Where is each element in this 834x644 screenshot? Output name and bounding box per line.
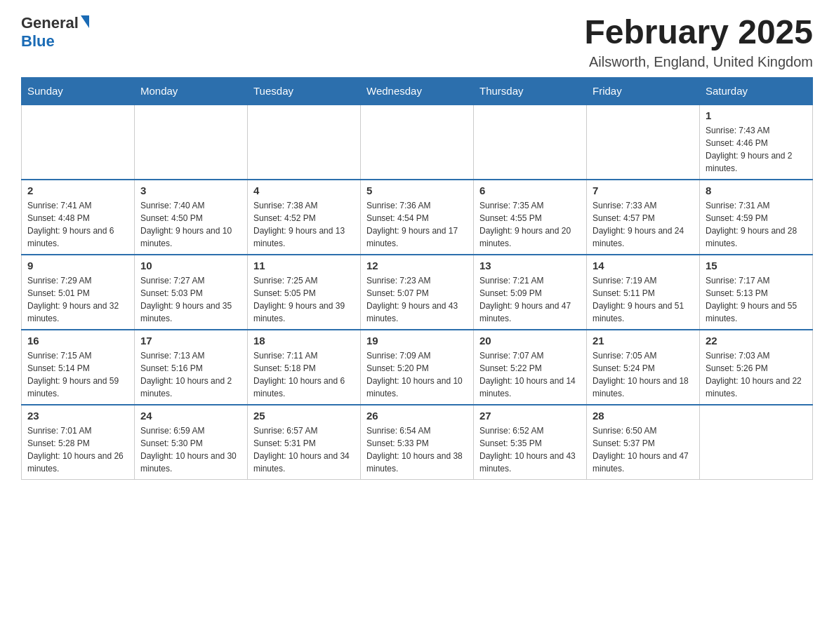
calendar-header: SundayMondayTuesdayWednesdayThursdayFrid… xyxy=(22,77,813,105)
day-info: Sunrise: 7:43 AMSunset: 4:46 PMDaylight:… xyxy=(706,124,807,175)
day-number: 5 xyxy=(366,185,468,196)
week-row-5: 23Sunrise: 7:01 AMSunset: 5:28 PMDayligh… xyxy=(22,405,813,480)
calendar-cell: 26Sunrise: 6:54 AMSunset: 5:33 PMDayligh… xyxy=(361,405,474,480)
day-header-sunday: Sunday xyxy=(22,77,135,105)
day-number: 16 xyxy=(27,335,128,347)
day-info: Sunrise: 7:17 AMSunset: 5:13 PMDaylight:… xyxy=(706,274,807,325)
day-number: 14 xyxy=(593,260,694,271)
day-header-monday: Monday xyxy=(135,77,248,105)
calendar-cell xyxy=(361,105,474,180)
day-number: 12 xyxy=(366,260,468,271)
day-info: Sunrise: 7:03 AMSunset: 5:26 PMDaylight:… xyxy=(706,349,807,400)
day-info: Sunrise: 6:50 AMSunset: 5:37 PMDaylight:… xyxy=(593,424,694,475)
day-number: 24 xyxy=(140,410,241,422)
day-number: 3 xyxy=(140,185,241,196)
day-info: Sunrise: 7:15 AMSunset: 5:14 PMDaylight:… xyxy=(27,349,128,400)
week-row-4: 16Sunrise: 7:15 AMSunset: 5:14 PMDayligh… xyxy=(22,330,813,405)
day-info: Sunrise: 7:05 AMSunset: 5:24 PMDaylight:… xyxy=(593,349,694,400)
day-number: 22 xyxy=(706,335,807,347)
day-number: 26 xyxy=(366,410,468,422)
day-number: 7 xyxy=(593,185,694,196)
calendar-cell: 10Sunrise: 7:27 AMSunset: 5:03 PMDayligh… xyxy=(135,255,248,330)
day-number: 19 xyxy=(366,335,468,347)
day-number: 9 xyxy=(27,260,128,271)
day-number: 15 xyxy=(706,260,807,271)
day-number: 25 xyxy=(253,410,355,422)
calendar-table: SundayMondayTuesdayWednesdayThursdayFrid… xyxy=(21,77,813,480)
day-info: Sunrise: 7:07 AMSunset: 5:22 PMDaylight:… xyxy=(479,349,581,400)
calendar-cell: 27Sunrise: 6:52 AMSunset: 5:35 PMDayligh… xyxy=(474,405,587,480)
day-info: Sunrise: 7:33 AMSunset: 4:57 PMDaylight:… xyxy=(593,199,694,250)
month-title: February 2025 xyxy=(584,14,813,51)
day-header-friday: Friday xyxy=(587,77,700,105)
day-info: Sunrise: 6:52 AMSunset: 5:35 PMDaylight:… xyxy=(479,424,581,475)
calendar-cell: 5Sunrise: 7:36 AMSunset: 4:54 PMDaylight… xyxy=(361,180,474,255)
day-info: Sunrise: 6:54 AMSunset: 5:33 PMDaylight:… xyxy=(366,424,468,475)
calendar-cell: 8Sunrise: 7:31 AMSunset: 4:59 PMDaylight… xyxy=(700,180,813,255)
calendar-cell: 28Sunrise: 6:50 AMSunset: 5:37 PMDayligh… xyxy=(587,405,700,480)
day-info: Sunrise: 7:01 AMSunset: 5:28 PMDaylight:… xyxy=(27,424,128,475)
day-number: 23 xyxy=(27,410,128,422)
day-number: 1 xyxy=(706,109,807,121)
calendar-cell: 17Sunrise: 7:13 AMSunset: 5:16 PMDayligh… xyxy=(135,330,248,405)
calendar-cell: 19Sunrise: 7:09 AMSunset: 5:20 PMDayligh… xyxy=(361,330,474,405)
day-info: Sunrise: 6:57 AMSunset: 5:31 PMDaylight:… xyxy=(253,424,355,475)
calendar-cell: 20Sunrise: 7:07 AMSunset: 5:22 PMDayligh… xyxy=(474,330,587,405)
day-info: Sunrise: 6:59 AMSunset: 5:30 PMDaylight:… xyxy=(140,424,241,475)
day-number: 20 xyxy=(479,335,581,347)
calendar-cell: 15Sunrise: 7:17 AMSunset: 5:13 PMDayligh… xyxy=(700,255,813,330)
week-row-3: 9Sunrise: 7:29 AMSunset: 5:01 PMDaylight… xyxy=(22,255,813,330)
calendar-cell: 14Sunrise: 7:19 AMSunset: 5:11 PMDayligh… xyxy=(587,255,700,330)
day-info: Sunrise: 7:09 AMSunset: 5:20 PMDaylight:… xyxy=(366,349,468,400)
day-number: 2 xyxy=(27,185,128,196)
page-header: General Blue February 2025 Ailsworth, En… xyxy=(21,14,813,70)
calendar-cell: 1Sunrise: 7:43 AMSunset: 4:46 PMDaylight… xyxy=(700,105,813,180)
day-info: Sunrise: 7:41 AMSunset: 4:48 PMDaylight:… xyxy=(27,199,128,250)
calendar-cell: 16Sunrise: 7:15 AMSunset: 5:14 PMDayligh… xyxy=(22,330,135,405)
day-number: 13 xyxy=(479,260,581,271)
title-block: February 2025 Ailsworth, England, United… xyxy=(584,14,813,70)
day-number: 18 xyxy=(253,335,355,347)
logo: General Blue xyxy=(21,14,89,51)
calendar-cell: 21Sunrise: 7:05 AMSunset: 5:24 PMDayligh… xyxy=(587,330,700,405)
day-number: 28 xyxy=(593,410,694,422)
day-info: Sunrise: 7:21 AMSunset: 5:09 PMDaylight:… xyxy=(479,274,581,325)
calendar-cell: 11Sunrise: 7:25 AMSunset: 5:05 PMDayligh… xyxy=(248,255,361,330)
day-number: 21 xyxy=(593,335,694,347)
calendar-cell xyxy=(474,105,587,180)
day-info: Sunrise: 7:13 AMSunset: 5:16 PMDaylight:… xyxy=(140,349,241,400)
day-info: Sunrise: 7:23 AMSunset: 5:07 PMDaylight:… xyxy=(366,274,468,325)
logo-general: General xyxy=(21,14,79,32)
day-number: 17 xyxy=(140,335,241,347)
day-number: 27 xyxy=(479,410,581,422)
day-info: Sunrise: 7:36 AMSunset: 4:54 PMDaylight:… xyxy=(366,199,468,250)
calendar-cell: 9Sunrise: 7:29 AMSunset: 5:01 PMDaylight… xyxy=(22,255,135,330)
calendar-cell xyxy=(587,105,700,180)
day-number: 8 xyxy=(706,185,807,196)
calendar-cell xyxy=(700,405,813,480)
calendar-cell xyxy=(22,105,135,180)
day-number: 4 xyxy=(253,185,355,196)
calendar-cell: 4Sunrise: 7:38 AMSunset: 4:52 PMDaylight… xyxy=(248,180,361,255)
day-header-tuesday: Tuesday xyxy=(248,77,361,105)
days-of-week-row: SundayMondayTuesdayWednesdayThursdayFrid… xyxy=(22,77,813,105)
calendar-cell: 12Sunrise: 7:23 AMSunset: 5:07 PMDayligh… xyxy=(361,255,474,330)
logo-blue: Blue xyxy=(21,32,55,51)
week-row-2: 2Sunrise: 7:41 AMSunset: 4:48 PMDaylight… xyxy=(22,180,813,255)
calendar-cell: 25Sunrise: 6:57 AMSunset: 5:31 PMDayligh… xyxy=(248,405,361,480)
day-header-saturday: Saturday xyxy=(700,77,813,105)
calendar-cell: 23Sunrise: 7:01 AMSunset: 5:28 PMDayligh… xyxy=(22,405,135,480)
calendar-cell: 24Sunrise: 6:59 AMSunset: 5:30 PMDayligh… xyxy=(135,405,248,480)
day-header-wednesday: Wednesday xyxy=(361,77,474,105)
day-info: Sunrise: 7:29 AMSunset: 5:01 PMDaylight:… xyxy=(27,274,128,325)
calendar-cell: 22Sunrise: 7:03 AMSunset: 5:26 PMDayligh… xyxy=(700,330,813,405)
calendar-cell: 7Sunrise: 7:33 AMSunset: 4:57 PMDaylight… xyxy=(587,180,700,255)
day-info: Sunrise: 7:40 AMSunset: 4:50 PMDaylight:… xyxy=(140,199,241,250)
day-info: Sunrise: 7:19 AMSunset: 5:11 PMDaylight:… xyxy=(593,274,694,325)
calendar-cell xyxy=(248,105,361,180)
day-info: Sunrise: 7:31 AMSunset: 4:59 PMDaylight:… xyxy=(706,199,807,250)
day-number: 6 xyxy=(479,185,581,196)
week-row-1: 1Sunrise: 7:43 AMSunset: 4:46 PMDaylight… xyxy=(22,105,813,180)
day-info: Sunrise: 7:35 AMSunset: 4:55 PMDaylight:… xyxy=(479,199,581,250)
day-info: Sunrise: 7:11 AMSunset: 5:18 PMDaylight:… xyxy=(253,349,355,400)
